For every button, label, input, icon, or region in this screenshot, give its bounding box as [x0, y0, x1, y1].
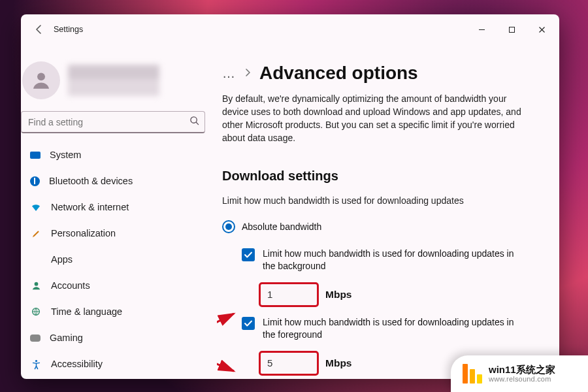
sidebar-item-label: Network & internet [51, 202, 129, 212]
gamepad-icon [30, 335, 41, 342]
search-input[interactable] [28, 117, 189, 127]
svg-line-7 [217, 345, 234, 371]
watermark-url: www.relsound.com [489, 375, 555, 384]
sidebar-item-label: Accounts [51, 280, 90, 291]
sidebar-item-label: Bluetooth & devices [49, 176, 133, 186]
breadcrumb: … Advanced options [222, 63, 542, 84]
checkbox-background-limit[interactable] [242, 248, 255, 261]
maximize-button[interactable] [497, 18, 527, 41]
check-icon [244, 250, 253, 259]
unit-label: Mbps [325, 357, 351, 369]
page-description: By default, we're dynamically optimizing… [222, 93, 523, 145]
maximize-icon [508, 26, 515, 33]
minimize-icon [478, 26, 485, 33]
accessibility-icon [30, 358, 42, 370]
globe-icon [30, 306, 42, 318]
checkbox-label: Limit how much bandwidth is used for dow… [263, 248, 524, 273]
sidebar-item-gaming[interactable]: Gaming [21, 325, 210, 350]
main-content: … Advanced options By default, we're dyn… [217, 44, 559, 379]
apps-icon [30, 253, 42, 265]
chevron-right-icon [244, 67, 252, 79]
sidebar: System Bluetooth & devices Network & int… [21, 44, 217, 379]
app-title: Settings [54, 25, 83, 34]
unit-label: Mbps [325, 289, 351, 301]
sidebar-item-label: System [50, 150, 81, 160]
section-title-download: Download settings [222, 169, 542, 184]
minimize-button[interactable] [466, 18, 497, 41]
sidebar-item-label: Gaming [50, 333, 83, 343]
checkbox-label: Limit how much bandwidth is used for dow… [263, 316, 524, 342]
svg-line-6 [217, 314, 234, 345]
svg-point-5 [35, 359, 37, 361]
page-title: Advanced options [259, 63, 418, 84]
close-button[interactable] [527, 18, 557, 41]
nav-list: System Bluetooth & devices Network & int… [21, 142, 217, 376]
search-icon [189, 116, 199, 128]
person-icon [30, 69, 52, 91]
watermark-logo-icon [463, 364, 482, 384]
sidebar-item-time-language[interactable]: Time & language [21, 299, 210, 324]
input-foreground-mbps[interactable] [259, 351, 319, 376]
window-controls [466, 18, 557, 41]
sidebar-item-accounts[interactable]: Accounts [21, 273, 210, 298]
check-icon [244, 319, 253, 328]
sidebar-item-label: Personalization [51, 228, 116, 238]
close-icon [538, 26, 546, 33]
account-icon [30, 280, 42, 291]
radio-absolute-bandwidth[interactable]: Absolute bandwidth [222, 220, 542, 233]
avatar [22, 61, 60, 99]
checkbox-foreground-limit[interactable] [242, 317, 255, 330]
titlebar: Settings [21, 14, 559, 44]
sidebar-item-label: Apps [51, 254, 73, 265]
svg-point-2 [191, 117, 197, 123]
user-name-redacted [68, 65, 159, 96]
svg-rect-0 [509, 27, 514, 32]
sidebar-item-accessibility[interactable]: Accessibility [21, 351, 210, 376]
checkbox-block-background: Limit how much bandwidth is used for dow… [242, 248, 542, 307]
radio-label: Absolute bandwidth [242, 221, 321, 232]
input-background-mbps[interactable] [259, 282, 319, 307]
sidebar-item-apps[interactable]: Apps [21, 247, 210, 272]
user-block[interactable] [21, 50, 217, 111]
bluetooth-icon [30, 176, 40, 186]
svg-point-3 [34, 282, 38, 286]
download-subhead: Limit how much bandwidth is used for dow… [222, 195, 542, 206]
sidebar-item-system[interactable]: System [21, 142, 210, 167]
sidebar-item-personalization[interactable]: Personalization [21, 221, 210, 246]
arrow-left-icon [34, 24, 44, 35]
watermark-title: win11系统之家 [489, 364, 555, 375]
settings-window: Settings [21, 14, 559, 379]
search-box[interactable] [21, 111, 205, 133]
watermark-badge: win11系统之家 www.relsound.com [451, 355, 588, 392]
wifi-icon [30, 201, 42, 213]
back-button[interactable] [26, 16, 52, 42]
radio-icon [222, 220, 235, 233]
svg-point-1 [37, 73, 45, 80]
sidebar-item-label: Accessibility [51, 359, 103, 369]
sidebar-item-network[interactable]: Network & internet [21, 195, 210, 220]
sidebar-item-bluetooth[interactable]: Bluetooth & devices [21, 169, 210, 193]
system-icon [30, 152, 41, 159]
sidebar-item-label: Time & language [51, 306, 122, 317]
brush-icon [30, 227, 42, 239]
